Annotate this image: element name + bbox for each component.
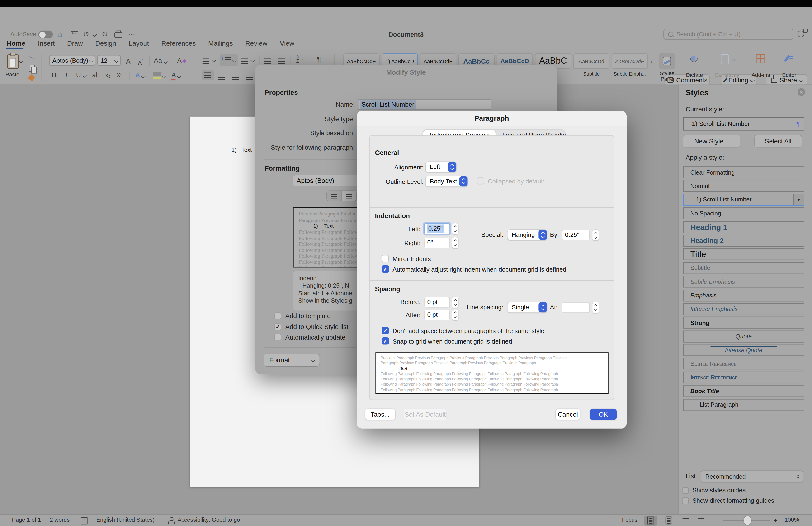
bullets-dropdown[interactable]	[203, 57, 209, 66]
zoom-out-button[interactable]: –	[715, 515, 719, 523]
style-list-item[interactable]: Subtle Reference	[683, 358, 804, 370]
indent-left-input-focused[interactable]: 0.25"	[425, 224, 450, 233]
zoom-level[interactable]: 100%	[784, 517, 799, 523]
style-list-item[interactable]: Clear Formatting	[683, 166, 804, 178]
addins-icon[interactable]	[756, 54, 765, 63]
language-indicator[interactable]: English (United States)	[97, 517, 155, 523]
word-count[interactable]: 2 words	[49, 517, 70, 523]
spacing-after-stepper[interactable]	[452, 309, 458, 320]
modify-align-left-selected[interactable]	[327, 191, 341, 201]
view-draft-button[interactable]	[695, 515, 708, 525]
style-list-item[interactable]: Normal	[683, 180, 804, 192]
increase-indent-button[interactable]: →	[278, 57, 285, 66]
show-direct-guides-checkbox[interactable]	[682, 497, 689, 504]
align-justify-button[interactable]	[246, 72, 253, 82]
auto-adjust-checkbox-checked[interactable]	[381, 265, 389, 273]
at-stepper[interactable]	[592, 302, 598, 313]
paste-chevron-icon[interactable]	[19, 59, 23, 63]
by-stepper[interactable]	[592, 229, 598, 240]
format-menu-button[interactable]: Format	[264, 354, 319, 366]
style-list-item[interactable]: Heading 2	[683, 235, 804, 246]
ribbon-tab[interactable]: Layout	[129, 40, 149, 47]
style-gallery-tile[interactable]: AaBbCcDdSubtitle	[574, 54, 610, 77]
align-right-button[interactable]	[232, 72, 239, 82]
mirror-indents-checkbox[interactable]	[381, 255, 389, 262]
decrease-indent-button[interactable]: ←	[264, 57, 271, 66]
clear-formatting-icon[interactable]: A	[177, 57, 186, 64]
special-select[interactable]: Hanging	[507, 229, 547, 240]
show-styles-guides-checkbox[interactable]	[682, 487, 689, 494]
shrink-font-icon[interactable]: Aˇ	[138, 57, 143, 67]
at-input[interactable]	[563, 302, 589, 312]
alignment-select[interactable]: Left	[426, 162, 456, 172]
indent-left-stepper[interactable]	[452, 223, 458, 234]
view-outline-button[interactable]	[679, 515, 692, 525]
select-all-button[interactable]: Select All	[755, 135, 801, 147]
ribbon-tab[interactable]: View	[280, 40, 294, 47]
zoom-slider-knob[interactable]	[744, 516, 751, 525]
new-style-button[interactable]: New Style...	[683, 135, 740, 147]
grow-font-icon[interactable]: Aˆ	[126, 57, 132, 65]
paragraph-dialog-title[interactable]: Paragraph	[357, 111, 626, 126]
snap-to-grid-checkbox-checked[interactable]	[381, 337, 389, 345]
style-list-item[interactable]: Quote	[683, 330, 804, 342]
accessibility-status[interactable]: Accessibility: Good to go	[178, 517, 240, 523]
proofing-icon[interactable]: ✓	[81, 517, 87, 525]
style-list-item[interactable]: Intense Quote	[683, 344, 804, 356]
zoom-in-button[interactable]: +	[774, 516, 778, 524]
ribbon-tab[interactable]: Draw	[67, 40, 83, 47]
format-painter-icon[interactable]	[28, 74, 35, 81]
style-gallery-tile[interactable]: AaBbCcDdESubtle Emph...	[612, 54, 648, 77]
align-left-button-selected[interactable]	[202, 70, 214, 80]
font-color-dropdown[interactable]: A	[171, 72, 180, 78]
multilevel-list-dropdown[interactable]	[241, 57, 248, 66]
cancel-button[interactable]: Cancel	[555, 409, 580, 420]
font-name-select[interactable]: Aptos (Body)	[49, 55, 95, 66]
ok-button[interactable]: OK	[590, 409, 617, 420]
list-filter-select[interactable]: Recommended ▲▼	[701, 470, 803, 482]
styles-pane-close-button[interactable]: ✕	[798, 88, 806, 96]
subscript-button[interactable]: x₂	[105, 72, 111, 79]
indent-right-stepper[interactable]	[452, 237, 458, 248]
style-list-item[interactable]: Strong	[683, 317, 804, 329]
doc-text[interactable]: Text	[241, 146, 252, 153]
view-print-layout-button[interactable]	[644, 515, 657, 525]
style-list-item[interactable]: No Spacing	[683, 208, 804, 219]
bold-button[interactable]: B	[52, 72, 57, 78]
focus-button[interactable]: Focus	[622, 517, 638, 523]
ribbon-tab[interactable]: Review	[245, 40, 267, 47]
align-center-button[interactable]	[218, 72, 225, 82]
style-list-item[interactable]: Intense Emphasis	[683, 303, 804, 315]
change-case-dropdown[interactable]: Aa	[154, 57, 167, 64]
style-list-item[interactable]: Emphasis	[683, 289, 804, 301]
ribbon-tab[interactable]: References	[161, 40, 195, 47]
highlight-dropdown[interactable]	[154, 72, 161, 76]
italic-button[interactable]: I	[65, 72, 68, 78]
spacing-after-input[interactable]: 0 pt	[425, 310, 450, 319]
gallery-expand-icon[interactable]: ›	[650, 58, 652, 66]
outline-level-select[interactable]: Body Text	[426, 176, 468, 186]
page-indicator[interactable]: Page 1 of 1	[12, 517, 41, 523]
underline-chevron-icon[interactable]	[83, 73, 87, 77]
style-list-item[interactable]: 1) Scroll List Number	[683, 194, 804, 205]
spacing-before-input[interactable]: 0 pt	[425, 297, 450, 307]
strikethrough-button[interactable]: ab	[92, 72, 100, 78]
spacing-before-stepper[interactable]	[452, 297, 458, 308]
tabs-button[interactable]: Tabs...	[365, 409, 395, 420]
style-list-item[interactable]: Title	[683, 248, 804, 260]
style-list-item[interactable]: Subtle Emphasis	[683, 276, 804, 288]
modify-align-center[interactable]	[341, 191, 356, 201]
indent-right-input[interactable]: 0"	[425, 238, 450, 247]
add-to-template-checkbox[interactable]	[274, 312, 281, 319]
sort-button[interactable]: AZ↓	[296, 55, 300, 63]
cut-icon[interactable]: ✂	[29, 54, 34, 61]
show-paragraph-marks-button[interactable]: ¶	[317, 56, 321, 63]
copy-icon[interactable]	[29, 65, 35, 72]
editor-icon[interactable]	[786, 54, 788, 64]
font-size-select[interactable]: 12	[97, 55, 121, 66]
style-name-input[interactable]: Scroll List Number	[358, 100, 491, 109]
line-spacing-select[interactable]: Single	[507, 302, 547, 313]
paste-icon[interactable]	[8, 54, 19, 69]
dont-add-space-checkbox-checked[interactable]	[381, 327, 389, 334]
quick-style-checkbox-checked[interactable]: ✓	[274, 323, 281, 330]
